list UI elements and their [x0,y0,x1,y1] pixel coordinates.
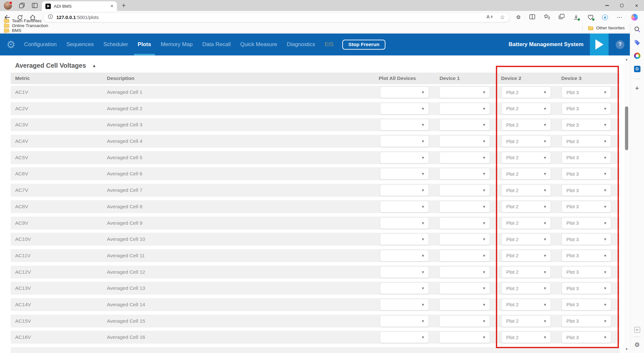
device-3-dropdown[interactable]: Plot 3▼ [562,266,611,278]
device-1-dropdown[interactable]: ▼ [439,233,490,245]
device-1-dropdown[interactable]: ▼ [439,135,490,147]
workspaces-icon[interactable] [19,3,25,8]
device-1-dropdown[interactable]: ▼ [439,168,490,180]
nav-item[interactable]: Diagnostics [287,34,315,55]
device-1-dropdown[interactable]: ▼ [439,282,490,294]
device-2-dropdown[interactable]: Plot 2▼ [501,233,551,245]
plot-all-devices-dropdown[interactable]: ▼ [380,135,429,147]
scrollbar-thumb[interactable] [625,106,628,150]
copilot-icon[interactable] [631,14,638,21]
downloads-icon[interactable] [573,15,579,20]
device-1-dropdown[interactable]: ▼ [439,250,490,261]
collections-icon[interactable] [559,14,564,21]
nav-item[interactable]: Quick Measure [240,34,277,55]
plot-all-devices-dropdown[interactable]: ▼ [380,282,429,294]
device-1-dropdown[interactable]: ▼ [439,103,490,114]
nav-item[interactable]: Plots [138,34,151,55]
tab-actions-icon[interactable] [32,3,38,8]
device-3-dropdown[interactable]: Plot 3▼ [562,282,611,294]
nav-item[interactable]: EIS [325,34,333,55]
split-screen-icon[interactable] [529,14,535,21]
favorites-hub-icon[interactable] [544,14,550,21]
plot-all-devices-dropdown[interactable]: ▼ [380,250,429,261]
sidebar-outlook-icon[interactable]: O [633,65,641,73]
stop-freerun-button[interactable]: Stop Freerun [342,40,385,50]
device-1-dropdown[interactable]: ▼ [439,331,490,343]
scroll-down-icon[interactable]: ▼ [624,347,629,352]
new-tab-button[interactable]: + [122,2,126,9]
device-1-dropdown[interactable]: ▼ [439,152,490,163]
sidebar-add-icon[interactable]: + [633,84,641,92]
browser-essentials-icon[interactable]: ⚙ [516,15,521,20]
device-2-dropdown[interactable]: Plot 2▼ [501,152,551,163]
device-1-dropdown[interactable]: ▼ [439,315,490,327]
device-3-dropdown[interactable]: Plot 3▼ [562,233,611,245]
more-options-icon[interactable]: ⋯ [617,15,622,20]
nav-item[interactable]: Configuration [24,34,57,55]
scroll-up-icon[interactable]: ▲ [624,57,629,62]
plot-all-devices-dropdown[interactable]: ▼ [380,331,429,343]
screenshot-snip-icon[interactable]: ✂ [634,327,640,333]
nav-item[interactable]: Memory Map [161,34,193,55]
plot-all-devices-dropdown[interactable]: ▼ [380,184,429,196]
device-2-dropdown[interactable]: Plot 2▼ [501,266,551,278]
sidebar-settings-icon[interactable]: ⚙ [633,341,641,348]
plot-all-devices-dropdown[interactable]: ▼ [380,86,429,98]
plot-all-devices-dropdown[interactable]: ▼ [380,233,429,245]
device-1-dropdown[interactable]: ▼ [439,184,490,196]
bookmark-folder[interactable]: BMS [4,28,48,33]
bookmark-folder[interactable]: Team Favorites [4,18,48,23]
device-2-dropdown[interactable]: Plot 2▼ [501,299,551,310]
maximize-button[interactable] [614,0,629,11]
device-2-dropdown[interactable]: Plot 2▼ [501,119,551,131]
plot-all-devices-dropdown[interactable]: ▼ [380,266,429,278]
device-3-dropdown[interactable]: Plot 3▼ [562,119,611,131]
device-1-dropdown[interactable]: ▼ [439,86,490,98]
device-1-dropdown[interactable]: ▼ [439,119,490,131]
minimize-button[interactable] [600,0,614,11]
nav-item[interactable]: Data Recall [202,34,231,55]
collapse-section-icon[interactable]: ▲ [92,64,96,68]
help-icon[interactable]: ? [616,40,624,49]
sidebar-search-icon[interactable] [633,25,641,33]
device-3-dropdown[interactable]: Plot 3▼ [562,86,611,98]
profile-avatar[interactable] [4,2,12,10]
wallet-icon[interactable] [588,15,593,20]
device-2-dropdown[interactable]: Plot 2▼ [501,331,551,343]
settings-gear-icon[interactable]: ⚙ [6,40,15,50]
plot-all-devices-dropdown[interactable]: ▼ [380,315,429,327]
device-3-dropdown[interactable]: Plot 3▼ [562,184,611,196]
device-1-dropdown[interactable]: ▼ [439,266,490,278]
device-2-dropdown[interactable]: Plot 2▼ [501,135,551,147]
device-1-dropdown[interactable]: ▼ [439,201,490,212]
plot-all-devices-dropdown[interactable]: ▼ [380,201,429,212]
other-favorites[interactable]: Other favorites [582,25,630,31]
device-2-dropdown[interactable]: Plot 2▼ [501,201,551,212]
device-1-dropdown[interactable]: ▼ [439,299,490,310]
device-2-dropdown[interactable]: Plot 2▼ [501,282,551,294]
nav-item[interactable]: Scheduler [103,34,128,55]
address-bar[interactable]: 127.0.0.1:5001/plots A ☆ [43,13,510,22]
plot-all-devices-dropdown[interactable]: ▼ [380,168,429,180]
device-3-dropdown[interactable]: Plot 3▼ [562,168,611,180]
ie-mode-icon[interactable]: e [602,15,608,20]
device-2-dropdown[interactable]: Plot 2▼ [501,217,551,229]
plot-all-devices-dropdown[interactable]: ▼ [380,103,429,114]
device-3-dropdown[interactable]: Plot 3▼ [562,217,611,229]
device-3-dropdown[interactable]: Plot 3▼ [562,299,611,310]
device-3-dropdown[interactable]: Plot 3▼ [562,315,611,327]
plot-all-devices-dropdown[interactable]: ▼ [380,217,429,229]
device-3-dropdown[interactable]: Plot 3▼ [562,135,611,147]
browser-tab[interactable]: ADI BMS × [42,1,117,11]
device-1-dropdown[interactable]: ▼ [439,217,490,229]
tab-close-icon[interactable]: × [110,4,113,9]
bookmark-folder[interactable]: Online Transaction [4,23,48,28]
close-button[interactable]: × [629,0,644,11]
sidebar-microsoft365-icon[interactable] [633,52,641,60]
sidebar-shopping-icon[interactable] [633,39,641,46]
plot-all-devices-dropdown[interactable]: ▼ [380,152,429,163]
device-2-dropdown[interactable]: Plot 2▼ [501,103,551,114]
device-3-dropdown[interactable]: Plot 3▼ [562,201,611,212]
page-scrollbar[interactable]: ▲ ▼ [624,55,629,353]
device-3-dropdown[interactable]: Plot 3▼ [562,152,611,163]
